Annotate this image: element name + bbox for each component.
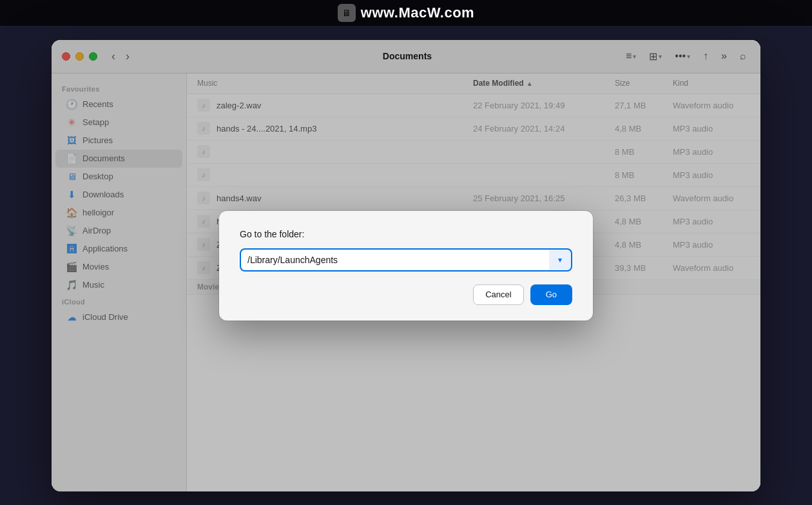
dialog-input-row: ▾ (240, 248, 572, 272)
dialog-overlay: Go to the folder: ▾ Cancel Go (52, 40, 760, 491)
watermark-text: www.MacW.com (361, 5, 474, 21)
finder-window: ‹ › Documents ≡ ▾ ⊞ ▾ ••• ▾ ↑ » (52, 40, 760, 491)
go-button[interactable]: Go (530, 284, 572, 305)
dialog-title: Go to the folder: (240, 229, 572, 239)
go-to-folder-dialog: Go to the folder: ▾ Cancel Go (219, 211, 593, 321)
watermark-bar: 🖥 www.MacW.com (0, 0, 812, 26)
path-dropdown-button[interactable]: ▾ (549, 248, 572, 272)
cancel-button[interactable]: Cancel (473, 284, 523, 305)
dropdown-chevron-icon: ▾ (558, 255, 562, 264)
folder-path-input[interactable] (240, 248, 549, 272)
watermark-icon: 🖥 (338, 4, 356, 22)
dialog-buttons: Cancel Go (240, 284, 572, 305)
